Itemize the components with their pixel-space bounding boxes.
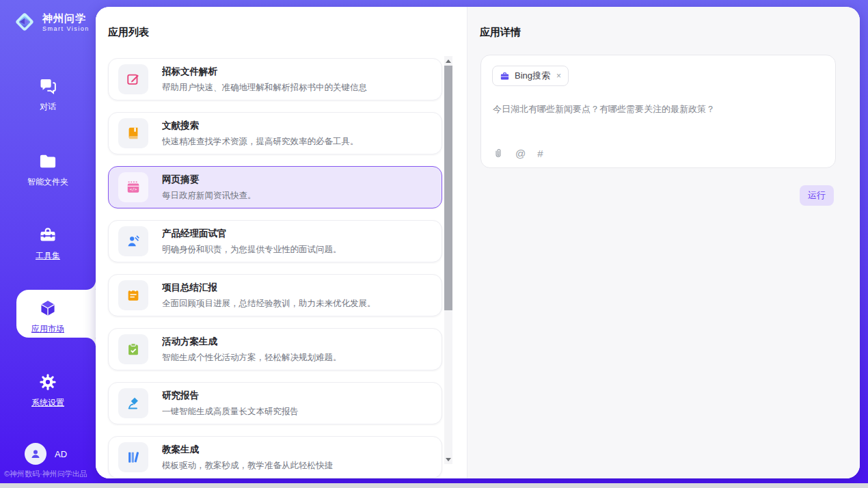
app-card-event-plan[interactable]: 活动方案生成 智能生成个性化活动方案，轻松解决规划难题。 — [108, 328, 442, 370]
app-list-panel: 应用列表 招标文件解析 帮助用户快速、准确地理解和解析招标书中的关键信息 — [96, 7, 467, 478]
brand-logo: 神州问学 Smart Vision — [12, 10, 90, 34]
app-desc: 模板驱动，教案秒成，教学准备从此轻松快捷 — [162, 460, 333, 472]
app-desc: 每日政府新闻资讯快查。 — [162, 190, 256, 202]
app-icon-tile — [118, 388, 148, 418]
scroll-down-button[interactable] — [444, 455, 452, 464]
books-icon — [126, 450, 141, 465]
app-card-project-summary[interactable]: 项目总结汇报 全面回顾项目进展，总结经验教训，助力未来优化发展。 — [108, 274, 442, 316]
scrollbar-thumb[interactable] — [444, 66, 452, 310]
brand-diamond-icon — [12, 10, 37, 34]
app-card-text: 教案生成 模板驱动，教案秒成，教学准备从此轻松快捷 — [162, 444, 333, 472]
app-icon-tile — [118, 334, 148, 364]
run-button[interactable]: 运行 — [800, 185, 834, 206]
microscope-icon — [126, 396, 141, 411]
app-card-text: 活动方案生成 智能生成个性化活动方案，轻松解决规划难题。 — [162, 336, 342, 364]
edit-document-icon — [126, 72, 141, 87]
gear-icon — [38, 372, 57, 392]
app-desc: 一键智能生成高质量长文本研究报告 — [162, 406, 299, 418]
scroll-down-icon — [446, 458, 451, 461]
app-icon-tile — [118, 442, 148, 472]
bottom-edge-strip — [0, 483, 868, 488]
app-list-title: 应用列表 — [108, 26, 149, 39]
avatar — [25, 443, 46, 465]
prompt-card: Bing搜索 × 今日湖北有哪些新闻要点？有哪些需要关注的最新政策？ @ # — [480, 55, 836, 168]
main-content: 应用列表 招标文件解析 帮助用户快速、准确地理解和解析招标书中的关键信息 — [96, 7, 860, 478]
app-name: 产品经理面试官 — [162, 228, 342, 240]
user-icon — [29, 448, 42, 460]
toolbox-icon — [38, 226, 57, 245]
sidebar-item-label: 智能文件夹 — [0, 176, 96, 188]
sidebar-item-app-market[interactable]: 应用市场 — [0, 299, 96, 335]
app-card-bid-parse[interactable]: 招标文件解析 帮助用户快速、准确地理解和解析招标书中的关键信息 — [108, 58, 442, 100]
app-icon-tile — [118, 226, 148, 256]
app-icon-tile — [118, 64, 148, 94]
scroll-up-icon — [446, 59, 451, 63]
tool-chip-bing-search[interactable]: Bing搜索 × — [492, 66, 569, 86]
chip-close-icon[interactable]: × — [555, 71, 561, 81]
brand-text: 神州问学 Smart Vision — [42, 12, 90, 32]
sidebar-item-label: 对话 — [0, 101, 96, 113]
webpage-code-icon: </> — [126, 180, 141, 195]
svg-text:</>: </> — [130, 187, 137, 191]
paperclip-icon[interactable] — [493, 148, 504, 159]
mention-icon[interactable]: @ — [515, 148, 526, 159]
sidebar: 神州问学 Smart Vision 对话 智能文件夹 — [0, 0, 96, 483]
app-icon-tile — [118, 280, 148, 310]
hashtag-icon[interactable]: # — [537, 148, 543, 159]
app-card-text: 项目总结汇报 全面回顾项目进展，总结经验教训，助力未来优化发展。 — [162, 282, 376, 310]
app-desc: 快速精准查找学术资源，提高研究效率的必备工具。 — [162, 136, 359, 148]
folder-icon — [38, 152, 57, 171]
prompt-text[interactable]: 今日湖北有哪些新闻要点？有哪些需要关注的最新政策？ — [493, 103, 824, 116]
app-card-lesson-plan[interactable]: 教案生成 模板驱动，教案秒成，教学准备从此轻松快捷 — [108, 436, 442, 478]
app-desc: 智能生成个性化活动方案，轻松解决规划难题。 — [162, 352, 342, 364]
app-card-pm-interviewer[interactable]: 产品经理面试官 明确身份和职责，为您提供专业性的面试问题。 — [108, 220, 442, 262]
app-icon-tile — [118, 118, 148, 148]
list-scrollbar[interactable] — [444, 56, 452, 464]
sidebar-item-smart-folder[interactable]: 智能文件夹 — [0, 152, 96, 188]
sidebar-item-settings[interactable]: 系统设置 — [0, 372, 96, 409]
app-icon-tile: </> — [118, 172, 148, 202]
app-card-text: 研究报告 一键智能生成高质量长文本研究报告 — [162, 390, 299, 418]
app-card-literature-search[interactable]: 文献搜索 快速精准查找学术资源，提高研究效率的必备工具。 — [108, 112, 442, 154]
briefcase-icon — [500, 71, 510, 81]
sidebar-item-chat[interactable]: 对话 — [0, 77, 96, 113]
app-name: 研究报告 — [162, 390, 299, 402]
chat-icon — [38, 77, 57, 96]
app-desc: 明确身份和职责，为您提供专业性的面试问题。 — [162, 244, 342, 256]
app-name: 项目总结汇报 — [162, 282, 376, 294]
book-icon — [126, 126, 141, 141]
app-detail-title: 应用详情 — [480, 26, 521, 39]
app-name: 招标文件解析 — [162, 66, 367, 78]
app-desc: 帮助用户快速、准确地理解和解析招标书中的关键信息 — [162, 82, 367, 94]
app-card-research-report[interactable]: 研究报告 一键智能生成高质量长文本研究报告 — [108, 382, 442, 424]
sidebar-item-label: 系统设置 — [0, 397, 96, 409]
user-account[interactable]: AD — [25, 443, 67, 465]
attachment-toolbar: @ # — [493, 148, 543, 159]
brand-subtitle: Smart Vision — [42, 25, 90, 32]
note-icon — [126, 288, 141, 303]
sidebar-item-label: 工具集 — [0, 250, 96, 262]
app-card-text: 产品经理面试官 明确身份和职责，为您提供专业性的面试问题。 — [162, 228, 342, 256]
app-card-text: 文献搜索 快速精准查找学术资源，提高研究效率的必备工具。 — [162, 120, 359, 148]
brand-name: 神州问学 — [42, 12, 90, 25]
sidebar-item-label: 应用市场 — [0, 323, 96, 335]
app-window: 神州问学 Smart Vision 对话 智能文件夹 — [0, 0, 868, 488]
user-initials: AD — [55, 449, 67, 459]
sidebar-item-toolset[interactable]: 工具集 — [0, 226, 96, 262]
cube-icon — [38, 299, 57, 318]
copyright-text: ©神州数码·神州问学出品 — [4, 469, 96, 479]
app-name: 网页摘要 — [162, 174, 256, 186]
app-card-text: 招标文件解析 帮助用户快速、准确地理解和解析招标书中的关键信息 — [162, 66, 367, 94]
app-detail-panel: 应用详情 Bing搜索 × 今日湖北有哪些新闻要点？有哪些需要关注的最新政策？ — [467, 7, 860, 478]
app-name: 文献搜索 — [162, 120, 359, 132]
app-card-text: 网页摘要 每日政府新闻资讯快查。 — [162, 174, 256, 202]
scroll-up-button[interactable] — [444, 56, 452, 66]
clipboard-check-icon — [126, 342, 141, 357]
tool-chip-label: Bing搜索 — [515, 70, 550, 82]
app-name: 教案生成 — [162, 444, 333, 456]
interviewer-person-icon — [126, 234, 141, 249]
app-cards: 招标文件解析 帮助用户快速、准确地理解和解析招标书中的关键信息 文献搜索 — [108, 58, 442, 478]
app-card-webpage-summary[interactable]: </> 网页摘要 每日政府新闻资讯快查。 — [108, 166, 442, 208]
app-desc: 全面回顾项目进展，总结经验教训，助力未来优化发展。 — [162, 298, 376, 310]
app-name: 活动方案生成 — [162, 336, 342, 348]
